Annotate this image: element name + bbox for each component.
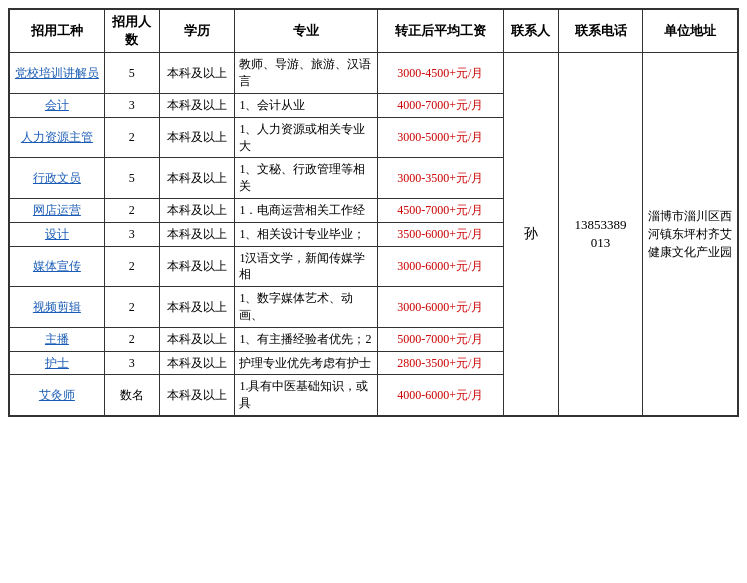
job-cell[interactable]: 人力资源主管 <box>10 117 105 158</box>
salary-cell: 3000-6000+元/月 <box>377 246 503 287</box>
header-job: 招用工种 <box>10 10 105 53</box>
address-cell: 淄博市淄川区西河镇东坪村齐艾健康文化产业园 <box>643 53 738 416</box>
job-table: 招用工种 招用人数 学历 专业 转正后平均工资 联系人 联系电话 单位地址 党校… <box>9 9 738 416</box>
salary-cell: 3000-6000+元/月 <box>377 287 503 328</box>
num-cell: 2 <box>104 287 159 328</box>
header-addr: 单位地址 <box>643 10 738 53</box>
salary-cell: 4000-7000+元/月 <box>377 93 503 117</box>
edu-cell: 本科及以上 <box>159 198 235 222</box>
num-cell: 5 <box>104 158 159 199</box>
job-cell[interactable]: 会计 <box>10 93 105 117</box>
edu-cell: 本科及以上 <box>159 246 235 287</box>
job-cell[interactable]: 党校培训讲解员 <box>10 53 105 94</box>
major-cell: 1．电商运营相关工作经 <box>235 198 377 222</box>
job-cell[interactable]: 视频剪辑 <box>10 287 105 328</box>
edu-cell: 本科及以上 <box>159 117 235 158</box>
edu-cell: 本科及以上 <box>159 222 235 246</box>
job-cell[interactable]: 护士 <box>10 351 105 375</box>
job-cell[interactable]: 媒体宣传 <box>10 246 105 287</box>
major-cell: 1、会计从业 <box>235 93 377 117</box>
job-cell[interactable]: 设计 <box>10 222 105 246</box>
main-table-wrapper: 招用工种 招用人数 学历 专业 转正后平均工资 联系人 联系电话 单位地址 党校… <box>8 8 739 417</box>
num-cell: 2 <box>104 246 159 287</box>
salary-cell: 2800-3500+元/月 <box>377 351 503 375</box>
job-cell[interactable]: 主播 <box>10 327 105 351</box>
job-cell[interactable]: 行政文员 <box>10 158 105 199</box>
header-phone: 联系电话 <box>558 10 642 53</box>
salary-cell: 3000-5000+元/月 <box>377 117 503 158</box>
edu-cell: 本科及以上 <box>159 93 235 117</box>
num-cell: 2 <box>104 198 159 222</box>
contact-cell: 孙 <box>504 53 559 416</box>
major-cell: 护理专业优先考虑有护士 <box>235 351 377 375</box>
edu-cell: 本科及以上 <box>159 327 235 351</box>
header-contact: 联系人 <box>504 10 559 53</box>
num-cell: 数名 <box>104 375 159 416</box>
header-edu: 学历 <box>159 10 235 53</box>
job-cell[interactable]: 艾灸师 <box>10 375 105 416</box>
major-cell: 1、相关设计专业毕业； <box>235 222 377 246</box>
major-cell: 1、文秘、行政管理等相关 <box>235 158 377 199</box>
job-cell[interactable]: 网店运营 <box>10 198 105 222</box>
header-major: 专业 <box>235 10 377 53</box>
num-cell: 5 <box>104 53 159 94</box>
major-cell: 1、有主播经验者优先；2 <box>235 327 377 351</box>
phone-cell: 13853389013 <box>558 53 642 416</box>
num-cell: 3 <box>104 222 159 246</box>
num-cell: 3 <box>104 93 159 117</box>
num-cell: 3 <box>104 351 159 375</box>
major-cell: 1汉语文学，新闻传媒学相 <box>235 246 377 287</box>
edu-cell: 本科及以上 <box>159 375 235 416</box>
salary-cell: 3000-3500+元/月 <box>377 158 503 199</box>
edu-cell: 本科及以上 <box>159 158 235 199</box>
edu-cell: 本科及以上 <box>159 351 235 375</box>
salary-cell: 4500-7000+元/月 <box>377 198 503 222</box>
major-cell: 1、人力资源或相关专业大 <box>235 117 377 158</box>
num-cell: 2 <box>104 117 159 158</box>
num-cell: 2 <box>104 327 159 351</box>
major-cell: 1、数字媒体艺术、动画、 <box>235 287 377 328</box>
edu-cell: 本科及以上 <box>159 53 235 94</box>
edu-cell: 本科及以上 <box>159 287 235 328</box>
salary-cell: 4000-6000+元/月 <box>377 375 503 416</box>
major-cell: 1.具有中医基础知识，或具 <box>235 375 377 416</box>
salary-cell: 5000-7000+元/月 <box>377 327 503 351</box>
header-salary: 转正后平均工资 <box>377 10 503 53</box>
major-cell: 教师、导游、旅游、汉语言 <box>235 53 377 94</box>
salary-cell: 3500-6000+元/月 <box>377 222 503 246</box>
header-num: 招用人数 <box>104 10 159 53</box>
salary-cell: 3000-4500+元/月 <box>377 53 503 94</box>
